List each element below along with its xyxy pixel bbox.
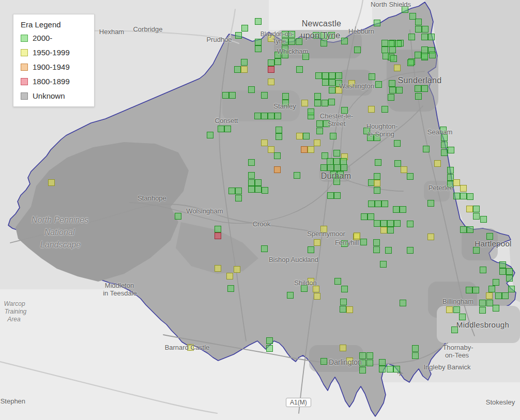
era-square[interactable] bbox=[255, 45, 262, 52]
era-square[interactable] bbox=[434, 160, 441, 167]
era-square[interactable] bbox=[373, 239, 380, 246]
era-square[interactable] bbox=[467, 193, 473, 200]
era-square[interactable] bbox=[389, 80, 395, 87]
era-square[interactable] bbox=[451, 326, 458, 333]
era-square[interactable] bbox=[282, 100, 289, 106]
era-square[interactable] bbox=[368, 200, 375, 207]
era-square[interactable] bbox=[241, 66, 248, 73]
era-square[interactable] bbox=[441, 142, 448, 148]
era-square[interactable] bbox=[441, 149, 448, 156]
era-square[interactable] bbox=[288, 31, 295, 38]
era-square[interactable] bbox=[459, 314, 466, 320]
era-square[interactable] bbox=[282, 38, 288, 45]
era-square[interactable] bbox=[385, 247, 392, 254]
era-square[interactable] bbox=[314, 93, 321, 100]
era-square[interactable] bbox=[241, 59, 248, 66]
era-square[interactable] bbox=[506, 268, 513, 275]
era-square[interactable] bbox=[390, 55, 397, 62]
era-square[interactable] bbox=[396, 87, 403, 94]
era-square[interactable] bbox=[327, 164, 334, 171]
era-square[interactable] bbox=[341, 38, 348, 44]
era-square[interactable] bbox=[423, 146, 430, 152]
era-square[interactable] bbox=[354, 232, 360, 239]
era-square[interactable] bbox=[389, 46, 396, 53]
era-square[interactable] bbox=[387, 227, 394, 234]
era-square[interactable] bbox=[255, 186, 262, 193]
era-square[interactable] bbox=[288, 38, 295, 45]
era-square[interactable] bbox=[374, 220, 380, 227]
era-square[interactable] bbox=[472, 287, 479, 293]
era-square[interactable] bbox=[486, 292, 493, 299]
era-square[interactable] bbox=[296, 66, 303, 73]
era-square[interactable] bbox=[368, 213, 374, 220]
era-square[interactable] bbox=[322, 72, 329, 79]
era-square[interactable] bbox=[415, 93, 422, 100]
era-square[interactable] bbox=[446, 306, 453, 313]
era-square[interactable] bbox=[380, 261, 387, 268]
era-square[interactable] bbox=[314, 100, 321, 106]
era-square[interactable] bbox=[314, 293, 320, 300]
era-square[interactable] bbox=[379, 359, 386, 366]
era-square[interactable] bbox=[421, 34, 428, 40]
era-square[interactable] bbox=[316, 128, 323, 134]
era-square[interactable] bbox=[460, 185, 467, 192]
era-square[interactable] bbox=[314, 239, 320, 246]
era-square[interactable] bbox=[255, 39, 262, 45]
era-square[interactable] bbox=[254, 113, 261, 119]
era-square[interactable] bbox=[359, 367, 366, 374]
era-square[interactable] bbox=[394, 65, 401, 71]
era-square[interactable] bbox=[381, 200, 388, 207]
era-square[interactable] bbox=[493, 279, 499, 286]
era-square[interactable] bbox=[348, 80, 355, 87]
era-square[interactable] bbox=[466, 287, 472, 293]
era-square[interactable] bbox=[346, 306, 353, 313]
era-square[interactable] bbox=[335, 80, 342, 87]
era-square[interactable] bbox=[248, 172, 255, 179]
era-square[interactable] bbox=[407, 247, 414, 254]
era-square[interactable] bbox=[508, 286, 515, 292]
era-square[interactable] bbox=[227, 285, 234, 292]
era-square[interactable] bbox=[255, 18, 262, 25]
era-square[interactable] bbox=[282, 93, 289, 100]
era-square[interactable] bbox=[261, 139, 268, 146]
era-square[interactable] bbox=[473, 206, 480, 212]
era-square[interactable] bbox=[261, 245, 268, 252]
era-square[interactable] bbox=[341, 164, 347, 171]
era-square[interactable] bbox=[320, 32, 327, 39]
era-square[interactable] bbox=[248, 86, 255, 93]
era-square[interactable] bbox=[335, 72, 342, 79]
era-square[interactable] bbox=[276, 127, 282, 133]
era-square[interactable] bbox=[366, 352, 373, 359]
era-square[interactable] bbox=[322, 100, 328, 106]
era-square[interactable] bbox=[330, 171, 337, 178]
era-square[interactable] bbox=[333, 178, 340, 185]
era-square[interactable] bbox=[340, 306, 346, 313]
era-square[interactable] bbox=[268, 66, 274, 73]
era-square[interactable] bbox=[440, 127, 447, 133]
era-square[interactable] bbox=[375, 159, 381, 166]
era-square[interactable] bbox=[394, 140, 401, 147]
era-square[interactable] bbox=[262, 187, 268, 194]
era-square[interactable] bbox=[268, 59, 274, 66]
era-square[interactable] bbox=[388, 94, 394, 101]
era-square[interactable] bbox=[222, 92, 229, 99]
era-square[interactable] bbox=[335, 87, 342, 94]
era-square[interactable] bbox=[215, 226, 221, 232]
era-square[interactable] bbox=[380, 227, 387, 234]
era-square[interactable] bbox=[407, 59, 414, 66]
era-square[interactable] bbox=[341, 240, 348, 247]
era-square[interactable] bbox=[315, 72, 322, 79]
era-square[interactable] bbox=[340, 345, 346, 351]
era-square[interactable] bbox=[453, 179, 460, 186]
era-square[interactable] bbox=[368, 106, 375, 113]
era-square[interactable] bbox=[329, 87, 335, 94]
era-square[interactable] bbox=[473, 213, 480, 220]
era-square[interactable] bbox=[441, 134, 448, 141]
era-square[interactable] bbox=[453, 306, 460, 313]
era-square[interactable] bbox=[248, 186, 255, 193]
era-square[interactable] bbox=[359, 352, 366, 359]
era-square[interactable] bbox=[367, 134, 374, 141]
era-square[interactable] bbox=[427, 200, 434, 207]
era-square[interactable] bbox=[453, 193, 460, 199]
era-square[interactable] bbox=[329, 72, 335, 79]
